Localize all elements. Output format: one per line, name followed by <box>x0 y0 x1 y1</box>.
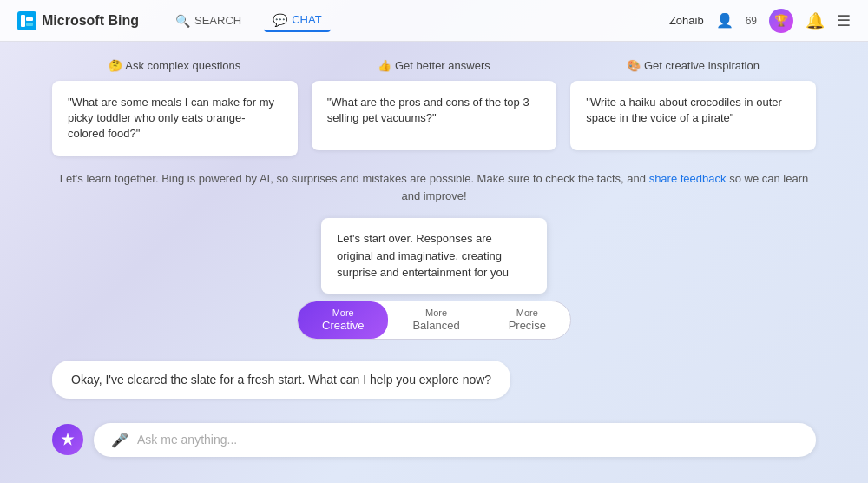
style-btn-balanced-sub: More <box>425 307 447 319</box>
svg-rect-3 <box>26 23 33 26</box>
sparkle-icon <box>59 431 76 448</box>
chat-area: Okay, I've cleared the slate for a fresh… <box>0 361 868 420</box>
suggestion-card-1[interactable]: "What are the pros and cons of the top 3… <box>312 81 557 150</box>
user-icon: 👤 <box>716 12 733 29</box>
suggestion-label-2: 🎨 Get creative inspiration <box>627 59 760 72</box>
bing-logo-icon <box>17 11 36 30</box>
style-btn-creative[interactable]: More Creative <box>298 301 388 339</box>
suggestion-col-1: 👍 Get better answers "What are the pros … <box>312 59 557 150</box>
info-text-part1: Let's learn together. Bing is powered by… <box>60 172 646 185</box>
input-placeholder: Ask me anything... <box>137 433 799 447</box>
suggestion-label-0: 🤔 Ask complex questions <box>108 59 240 72</box>
style-buttons: More Creative More Balanced More Precise <box>297 301 571 340</box>
bell-icon[interactable]: 🔔 <box>806 11 825 30</box>
nav-chat[interactable]: 💬 CHAT <box>264 10 330 32</box>
header-right: Zohaib 👤 69 🏆 🔔 ☰ <box>669 9 851 33</box>
style-btn-precise[interactable]: More Precise <box>484 301 570 339</box>
header: Microsoft Bing 🔍 SEARCH 💬 CHAT Zohaib 👤 … <box>0 0 868 42</box>
style-container: Let's start over. Responses are original… <box>52 218 816 340</box>
svg-rect-1 <box>21 15 25 27</box>
logo-area: Microsoft Bing <box>17 11 139 30</box>
style-btn-precise-sub: More <box>516 307 538 319</box>
chat-label: CHAT <box>292 13 321 26</box>
username: Zohaib <box>669 14 704 27</box>
input-area: 🎤 Ask me anything... <box>0 420 868 466</box>
style-btn-balanced[interactable]: More Balanced <box>388 301 483 339</box>
reward-icon[interactable]: 🏆 <box>769 9 793 33</box>
menu-icon[interactable]: ☰ <box>837 11 851 30</box>
search-label: SEARCH <box>194 14 241 27</box>
logo-text: Microsoft Bing <box>42 13 139 29</box>
input-avatar <box>52 424 83 455</box>
suggestion-card-0[interactable]: "What are some meals I can make for my p… <box>52 81 298 156</box>
svg-rect-2 <box>26 17 33 21</box>
points-badge: 69 <box>746 15 757 27</box>
feedback-link[interactable]: share feedback <box>649 172 727 185</box>
chat-nav-icon: 💬 <box>273 13 287 27</box>
suggestion-card-2[interactable]: "Write a haiku about crocodiles in outer… <box>570 81 816 150</box>
suggestion-col-2: 🎨 Get creative inspiration "Write a haik… <box>570 59 816 150</box>
chat-message: Okay, I've cleared the slate for a fresh… <box>52 361 510 399</box>
style-btn-creative-sub: More <box>332 307 354 319</box>
style-btn-precise-main: Precise <box>509 319 546 334</box>
info-text: Let's learn together. Bing is powered by… <box>52 170 816 207</box>
search-nav-icon: 🔍 <box>175 14 190 28</box>
style-btn-balanced-main: Balanced <box>412 319 459 334</box>
main-content: 🤔 Ask complex questions "What are some m… <box>0 42 868 361</box>
mic-icon[interactable]: 🎤 <box>111 432 128 448</box>
style-tooltip: Let's start over. Responses are original… <box>321 218 547 294</box>
suggestion-label-1: 👍 Get better answers <box>378 59 490 72</box>
suggestion-row: 🤔 Ask complex questions "What are some m… <box>52 59 816 156</box>
bing-logo[interactable]: Microsoft Bing <box>17 11 139 30</box>
suggestion-col-0: 🤔 Ask complex questions "What are some m… <box>52 59 298 156</box>
reward-label: 🏆 <box>774 14 788 27</box>
nav-search[interactable]: 🔍 SEARCH <box>167 10 250 31</box>
input-bar[interactable]: 🎤 Ask me anything... <box>94 423 816 457</box>
style-btn-creative-main: Creative <box>322 319 364 334</box>
